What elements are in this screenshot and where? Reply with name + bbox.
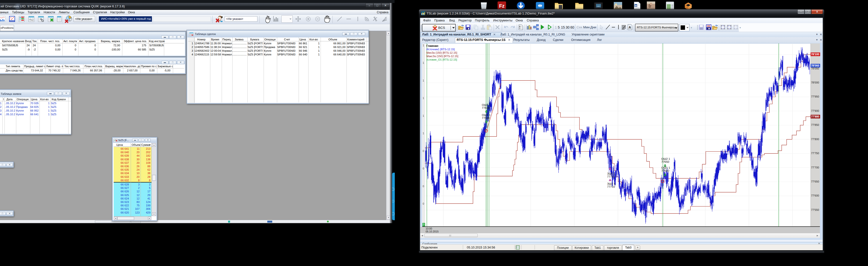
svg-text:W: W [635,4,637,7]
svg-text:Fz: Fz [499,3,504,9]
svg-text:HS: HS [707,25,710,27]
svg-text:A: A [628,25,631,29]
svg-text:CRY: CRY [597,6,600,7]
svg-text:F: F [385,16,386,19]
